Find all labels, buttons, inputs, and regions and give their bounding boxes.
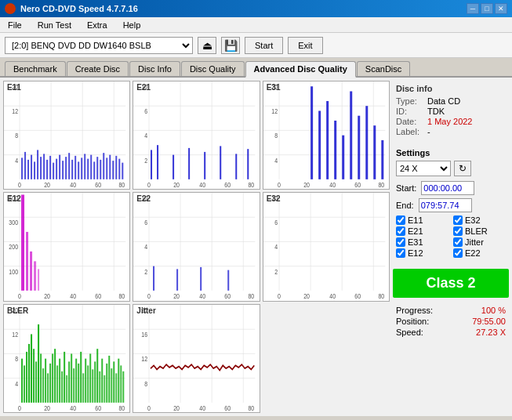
menu-bar: File Run Test Extra Help [0, 17, 512, 33]
svg-text:40: 40 [329, 181, 336, 189]
position-value: 79:55.00 [472, 317, 506, 326]
start-time-input[interactable] [421, 181, 474, 195]
svg-rect-206 [85, 358, 86, 402]
svg-text:80: 80 [249, 292, 255, 300]
svg-rect-121 [30, 252, 32, 291]
minimize-button[interactable]: ─ [467, 3, 479, 14]
svg-text:16: 16 [142, 331, 148, 339]
disc-type-value: Data CD [427, 96, 460, 106]
svg-text:20: 20 [303, 181, 310, 189]
svg-text:12: 12 [271, 107, 278, 115]
svg-rect-27 [53, 163, 54, 179]
drive-select[interactable]: [2:0] BENQ DVD DD DW1640 BSLB [5, 37, 193, 54]
svg-text:2: 2 [274, 268, 278, 276]
svg-text:80: 80 [118, 181, 125, 189]
svg-text:60: 60 [225, 181, 231, 189]
svg-rect-23 [40, 157, 42, 179]
svg-rect-124 [133, 193, 259, 300]
progress-label: Progress: [396, 306, 433, 315]
progress-value: 100 % [481, 306, 506, 315]
svg-rect-221 [120, 365, 122, 402]
svg-text:40: 40 [200, 404, 206, 412]
speed-select[interactable]: 24 X Maximum 4 X 8 X 16 X 32 X 40 X 48 X [396, 161, 451, 176]
tab-disc-info[interactable]: Disc Info [129, 61, 180, 76]
svg-rect-74 [248, 149, 249, 179]
svg-rect-194 [56, 365, 58, 402]
svg-rect-28 [56, 159, 57, 179]
svg-rect-142 [176, 270, 178, 291]
checkbox-e21[interactable]: E21 [396, 226, 448, 236]
svg-text:80: 80 [249, 404, 255, 412]
svg-rect-34 [74, 156, 76, 179]
class-badge-label: Class 2 [426, 275, 475, 291]
close-button[interactable]: ✕ [495, 3, 507, 14]
start-label: Start: [396, 183, 416, 193]
checkbox-e31[interactable]: E31 [396, 237, 448, 247]
svg-rect-208 [89, 353, 91, 402]
svg-rect-72 [220, 146, 222, 179]
maximize-button[interactable]: □ [481, 3, 493, 14]
checkbox-bler[interactable]: BLER [453, 226, 506, 236]
svg-text:8: 8 [15, 132, 18, 140]
tab-benchmark[interactable]: Benchmark [5, 61, 66, 76]
svg-text:6: 6 [144, 219, 147, 227]
svg-rect-214 [103, 375, 105, 403]
svg-text:12: 12 [142, 355, 148, 363]
tab-advanced-disc-quality[interactable]: Advanced Disc Quality [245, 61, 356, 78]
checkbox-e22[interactable]: E22 [453, 248, 506, 258]
end-time-input[interactable] [419, 198, 472, 212]
speed-value: 27.23 X [476, 328, 506, 337]
svg-text:100: 100 [9, 268, 18, 276]
tab-disc-quality[interactable]: Disc Quality [181, 61, 245, 76]
svg-rect-36 [81, 158, 82, 179]
start-button[interactable]: Start [245, 37, 283, 54]
svg-text:6: 6 [144, 107, 147, 115]
svg-text:20: 20 [44, 181, 50, 189]
svg-rect-17 [21, 158, 23, 179]
svg-text:60: 60 [225, 404, 231, 412]
disc-info-title: Disc info [396, 84, 506, 93]
svg-rect-22 [37, 150, 38, 179]
menu-file[interactable]: File [3, 20, 27, 31]
svg-rect-48 [118, 159, 120, 179]
svg-rect-43 [103, 153, 104, 179]
svg-rect-179 [21, 358, 23, 402]
svg-rect-24 [43, 154, 45, 179]
svg-rect-38 [87, 159, 89, 179]
svg-rect-69 [172, 155, 174, 179]
svg-rect-95 [334, 121, 336, 179]
checkbox-e11[interactable]: E11 [396, 215, 448, 225]
exit-button[interactable]: Exit [288, 37, 322, 54]
svg-text:12: 12 [12, 331, 18, 339]
chart-jitter: Jitter 20 16 12 8 0 20 40 60 80 [133, 304, 260, 413]
svg-text:40: 40 [70, 292, 76, 300]
svg-text:80: 80 [378, 181, 384, 189]
svg-rect-39 [90, 155, 92, 179]
svg-text:40: 40 [70, 404, 76, 412]
menu-extra[interactable]: Extra [82, 20, 112, 31]
checkbox-e12[interactable]: E12 [396, 248, 448, 258]
svg-text:12: 12 [12, 107, 18, 115]
svg-rect-71 [205, 152, 206, 179]
menu-help[interactable]: Help [118, 20, 146, 31]
eject-button[interactable]: ⏏ [198, 37, 216, 54]
tab-scan-disc[interactable]: ScanDisc [357, 61, 410, 76]
svg-rect-44 [106, 158, 107, 179]
chart-jitter-label: Jitter [136, 306, 155, 315]
disc-id-label: ID: [396, 107, 424, 116]
tab-create-disc[interactable]: Create Disc [67, 61, 129, 76]
svg-rect-25 [46, 160, 48, 179]
menu-run-test[interactable]: Run Test [33, 20, 76, 31]
svg-rect-50 [133, 81, 259, 189]
svg-text:0: 0 [18, 181, 21, 189]
chart-e12-label: E12 [7, 194, 21, 203]
refresh-button[interactable]: ↻ [454, 161, 471, 176]
checkbox-e32[interactable]: E32 [453, 215, 506, 225]
chart-e11-label: E11 [7, 83, 21, 92]
svg-rect-218 [113, 361, 114, 402]
svg-text:2: 2 [144, 268, 147, 276]
save-button[interactable]: 💾 [221, 37, 240, 54]
checkbox-jitter[interactable]: Jitter [453, 237, 506, 247]
svg-text:4: 4 [144, 244, 147, 252]
svg-text:0: 0 [278, 292, 281, 300]
